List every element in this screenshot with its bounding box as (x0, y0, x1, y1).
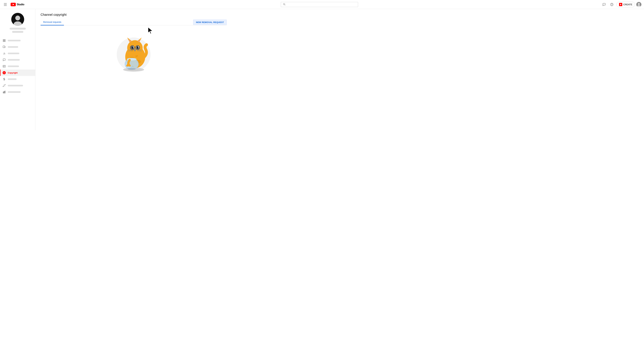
sidebar-item-customization[interactable] (0, 82, 35, 89)
subtitles-label-placeholder (8, 65, 19, 67)
comments-label-placeholder (8, 59, 20, 61)
empty-state (40, 32, 227, 74)
comments-icon (2, 58, 6, 61)
copyright-label: Copyright (8, 72, 18, 74)
tabs-bar: Removal requests NEW REMOVAL REQUEST (40, 19, 227, 25)
svg-point-63 (134, 49, 136, 51)
page-title: Channel copyright (40, 13, 227, 16)
main-content: Channel copyright Removal requests NEW R… (36, 9, 232, 130)
tabs: Removal requests (40, 19, 64, 25)
svg-rect-13 (4, 39, 5, 40)
monetization-label-placeholder (8, 78, 16, 80)
svg-rect-15 (4, 41, 5, 42)
dashboard-label-placeholder (8, 40, 20, 41)
dollar-icon (2, 77, 6, 81)
wand-icon (2, 84, 6, 87)
copyright-icon: C (2, 71, 6, 74)
svg-point-44 (132, 66, 133, 67)
customization-label-placeholder (8, 85, 23, 86)
audio-label-placeholder (8, 91, 20, 93)
sidebar: C Copyright (0, 9, 36, 130)
svg-point-42 (128, 68, 136, 70)
logo[interactable]: Studio (11, 3, 24, 6)
svg-point-49 (127, 40, 143, 56)
sidebar-item-analytics[interactable] (0, 50, 35, 57)
grid-icon (2, 39, 6, 42)
svg-rect-16 (3, 46, 5, 48)
svg-rect-12 (3, 39, 4, 40)
sidebar-nav: C Copyright (0, 37, 35, 95)
svg-point-48 (129, 65, 131, 67)
svg-rect-30 (3, 92, 4, 93)
svg-point-10 (15, 15, 20, 20)
sidebar-item-subtitles[interactable] (0, 63, 35, 69)
sidebar-item-content[interactable] (0, 44, 35, 50)
tab-removal-requests[interactable]: Removal requests (40, 19, 64, 25)
header-left: Studio (2, 2, 38, 7)
subtitles-icon (2, 65, 6, 68)
sidebar-avatar[interactable] (11, 13, 24, 26)
sidebar-item-comments[interactable] (0, 57, 35, 63)
svg-rect-21 (3, 65, 6, 67)
svg-point-45 (131, 67, 132, 68)
hamburger-icon[interactable] (2, 2, 8, 7)
svg-point-61 (132, 46, 133, 49)
channel-name-placeholder (10, 28, 26, 29)
layout: C Copyright (0, 9, 232, 130)
studio-text: Studio (17, 3, 24, 6)
svg-rect-31 (4, 91, 4, 93)
channel-sub-placeholder (12, 31, 23, 33)
copyright-circle: C (2, 71, 6, 74)
svg-rect-14 (3, 41, 4, 42)
svg-line-25 (3, 84, 5, 87)
analytics-label-placeholder (8, 53, 19, 54)
svg-marker-17 (5, 46, 6, 47)
sidebar-item-copyright[interactable]: C Copyright (0, 69, 35, 76)
video-icon (2, 45, 6, 48)
sidebar-item-monetization[interactable] (0, 76, 35, 82)
new-removal-request-button[interactable]: NEW REMOVAL REQUEST (193, 20, 227, 25)
youtube-logo-icon (11, 3, 16, 6)
svg-rect-32 (5, 91, 5, 93)
sidebar-item-audio[interactable] (0, 89, 35, 95)
header: Studio C (0, 0, 232, 9)
content-label-placeholder (8, 46, 18, 48)
svg-point-47 (126, 65, 128, 67)
analytics-icon (2, 52, 6, 55)
sidebar-item-dashboard[interactable] (0, 37, 35, 44)
cat-illustration (113, 32, 154, 74)
svg-point-62 (137, 46, 138, 49)
header-center (38, 2, 232, 7)
audio-icon (2, 90, 6, 94)
